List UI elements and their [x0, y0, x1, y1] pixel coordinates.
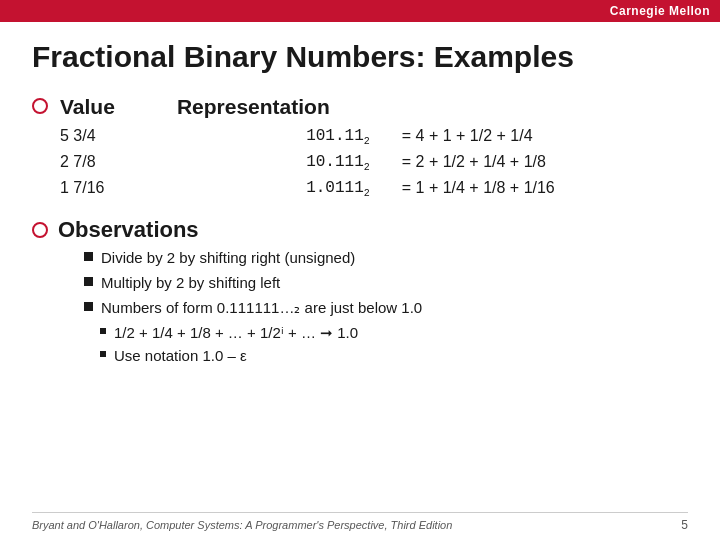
slide-title: Fractional Binary Numbers: Examples — [32, 40, 688, 75]
obs-sub-bullet: 1/2 + 1/4 + 1/8 + … + 1/2ⁱ + … ➞ 1.0 — [84, 322, 688, 343]
col-header-eq — [392, 95, 565, 123]
value-cell: 2 7/8 — [60, 151, 175, 175]
section-observations: Observations Divide by 2 by shifting rig… — [32, 217, 688, 368]
eq-cell: = 4 + 1 + 1/2 + 1/4 — [392, 125, 565, 149]
obs-bullet: Numbers of form 0.111111…₂ are just belo… — [84, 297, 688, 318]
repr-cell: 10.1112 — [177, 151, 390, 175]
obs-sub-bullet-text: 1/2 + 1/4 + 1/8 + … + 1/2ⁱ + … ➞ 1.0 — [114, 322, 358, 343]
obs-bullet-text: Divide by 2 by shifting right (unsigned) — [101, 247, 355, 268]
square-bullet-icon — [84, 252, 93, 261]
section-value: Value Representation 5 3/4101.112= 4 + 1… — [32, 93, 688, 204]
eq-cell: = 2 + 1/2 + 1/4 + 1/8 — [392, 151, 565, 175]
obs-bullet: Divide by 2 by shifting right (unsigned) — [84, 247, 688, 268]
repr-cell: 1.01112 — [177, 177, 390, 201]
obs-bullet: Multiply by 2 by shifting left — [84, 272, 688, 293]
slide-content: Fractional Binary Numbers: Examples Valu… — [0, 22, 720, 392]
table-row: 1 7/161.01112= 1 + 1/4 + 1/8 + 1/16 — [60, 177, 565, 201]
repr-cell: 101.112 — [177, 125, 390, 149]
obs-sub-bullet-text: Use notation 1.0 – ε — [114, 345, 247, 366]
square-bullet-icon — [84, 277, 93, 286]
observations-label: Observations — [58, 217, 688, 243]
square-bullet-icon — [84, 302, 93, 311]
slide-footer: Bryant and O'Hallaron, Computer Systems:… — [32, 512, 688, 532]
obs-bullet-text: Multiply by 2 by shifting left — [101, 272, 280, 293]
footer-citation: Bryant and O'Hallaron, Computer Systems:… — [32, 519, 452, 531]
small-square-bullet-icon — [100, 328, 106, 334]
table-row: 2 7/810.1112= 2 + 1/2 + 1/4 + 1/8 — [60, 151, 565, 175]
obs-sub-bullet: Use notation 1.0 – ε — [84, 345, 688, 366]
value-cell: 5 3/4 — [60, 125, 175, 149]
cmu-brand-label: Carnegie Mellon — [610, 4, 710, 18]
observations-content: Divide by 2 by shifting right (unsigned)… — [84, 247, 688, 366]
eq-cell: = 1 + 1/4 + 1/8 + 1/16 — [392, 177, 565, 201]
obs-bullet-text: Numbers of form 0.111111…₂ are just belo… — [101, 297, 422, 318]
col-header-value: Value — [60, 95, 175, 123]
small-square-bullet-icon — [100, 351, 106, 357]
col-header-repr: Representation — [177, 95, 390, 123]
cmu-header-bar: Carnegie Mellon — [0, 0, 720, 22]
bullet-circle-2 — [32, 222, 48, 238]
table-row: 5 3/4101.112= 4 + 1 + 1/2 + 1/4 — [60, 125, 565, 149]
value-repr-table: Value Representation 5 3/4101.112= 4 + 1… — [58, 93, 567, 204]
bullet-circle-1 — [32, 98, 48, 114]
value-cell: 1 7/16 — [60, 177, 175, 201]
footer-page: 5 — [681, 518, 688, 532]
